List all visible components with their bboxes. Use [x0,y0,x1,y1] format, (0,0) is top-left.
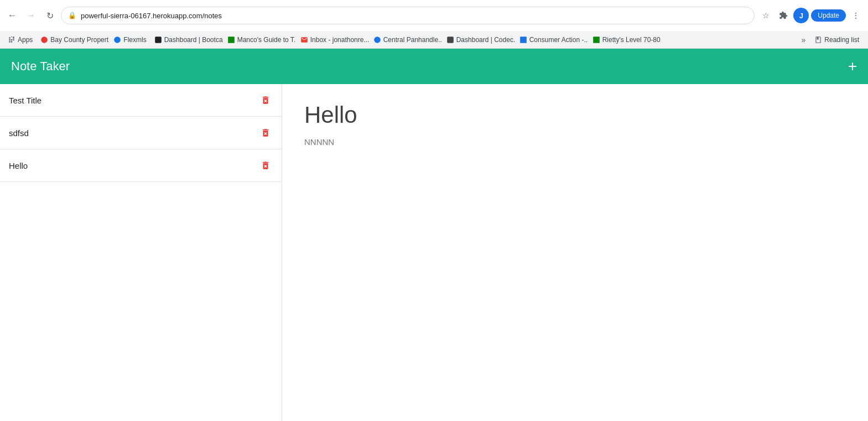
delete-note-2-button[interactable] [258,126,273,140]
bookmark-central-panhandle-label: Central Panhandle... [383,36,442,44]
update-button[interactable]: Update [811,9,846,22]
bookmark-consumer-action[interactable]: Consumer Action -... [516,34,588,46]
delete-note-3-button[interactable] [258,158,273,173]
note-item-3[interactable]: Hello [0,149,282,182]
note-title-1: Test Title [9,96,41,105]
browser-chrome: ← → ↻ 🔒 powerful-sierra-06167.herokuapp.… [0,0,868,49]
notes-sidebar: Test Title sdfsd Hello [0,84,282,421]
bookmark-consumer-action-label: Consumer Action -... [529,36,588,44]
bookmark-dashboard-codec-label: Dashboard | Codec... [456,36,515,44]
app-header: Note Taker + [0,49,868,84]
note-title-3: Hello [9,161,28,170]
svg-rect-5 [447,37,454,43]
bookmark-dashboard-bootca-label: Dashboard | Bootca... [164,36,223,44]
bookmark-flexmls[interactable]: Flexmls [110,34,149,46]
app-body: Test Title sdfsd Hello [0,84,868,421]
toolbar-right: ☆ J Update ⋮ [758,8,864,23]
bookmarks-more-button[interactable]: » [798,33,809,46]
bookmarks-bar: Apps Bay County Propert... Flexmls Dashb… [0,31,868,49]
bookmark-rietty-label: Rietty's Level 70-80... [602,36,661,44]
note-item-2[interactable]: sdfsd [0,117,282,149]
svg-rect-6 [520,37,527,43]
url-text: powerful-sierra-06167.herokuapp.com/note… [81,12,747,20]
bookmark-inbox[interactable]: Inbox - jonathonre... [297,34,369,46]
bookmark-flexmls-label: Flexmls [123,36,146,44]
bookmark-mancos[interactable]: Manco's Guide to T... [224,34,296,46]
bookmark-dashboard-bootca[interactable]: Dashboard | Bootca... [151,34,223,46]
svg-point-1 [115,37,121,43]
star-button[interactable]: ☆ [758,8,773,23]
back-button[interactable]: ← [4,8,20,23]
svg-point-4 [374,37,381,43]
browser-toolbar: ← → ↻ 🔒 powerful-sierra-06167.herokuapp.… [0,0,868,31]
address-bar[interactable]: 🔒 powerful-sierra-06167.herokuapp.com/no… [61,7,755,24]
bookmark-apps[interactable]: Apps [4,34,36,46]
bookmark-mancos-label: Manco's Guide to T... [237,36,296,44]
svg-rect-3 [228,37,235,43]
bookmark-bay-county[interactable]: Bay County Propert... [37,34,109,46]
bookmark-apps-label: Apps [18,36,33,44]
reading-list-label: Reading list [824,36,859,44]
reading-list-button[interactable]: Reading list [810,34,864,46]
note-item-1[interactable]: Test Title [0,84,282,117]
forward-button[interactable]: → [23,8,39,23]
bookmark-dashboard-codec[interactable]: Dashboard | Codec... [443,34,515,46]
bookmark-inbox-label: Inbox - jonathonre... [310,36,369,44]
note-title-2: sdfsd [9,128,29,138]
note-detail-panel: Hello NNNNN [282,84,868,421]
svg-rect-2 [155,37,162,43]
note-detail-title: Hello [304,102,846,128]
bookmark-central-panhandle[interactable]: Central Panhandle... [370,34,442,46]
svg-point-0 [41,37,48,43]
extensions-button[interactable] [776,8,791,23]
bookmark-bay-county-label: Bay County Propert... [50,36,109,44]
delete-note-1-button[interactable] [258,93,273,107]
lock-icon: 🔒 [68,12,76,19]
add-note-button[interactable]: + [848,59,857,74]
menu-button[interactable]: ⋮ [848,8,864,23]
app-title: Note Taker [11,59,70,74]
reload-button[interactable]: ↻ [42,8,58,23]
profile-button[interactable]: J [793,8,809,23]
svg-rect-7 [593,37,600,43]
bookmark-rietty[interactable]: Rietty's Level 70-80... [589,34,661,46]
note-detail-body: NNNNN [304,137,846,147]
